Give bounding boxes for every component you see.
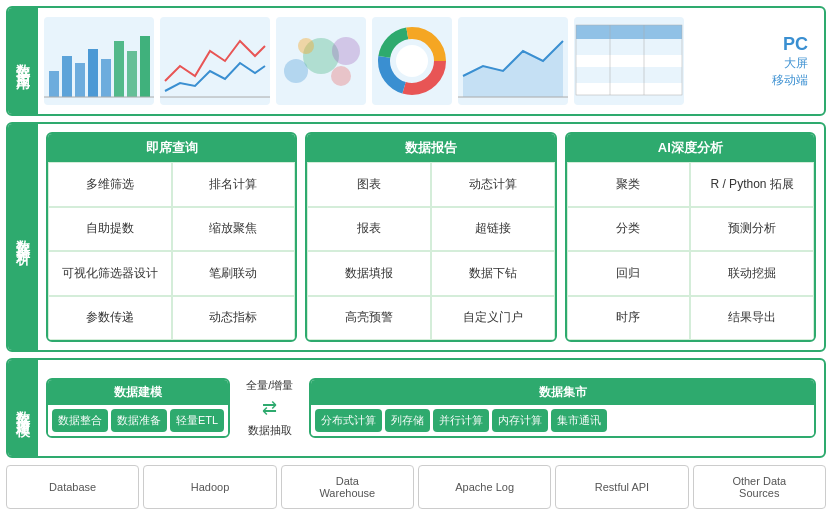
row3-label: 数据建模 xyxy=(8,360,38,456)
adhoc-cell-6: 参数传递 xyxy=(48,296,172,341)
adhoc-cell-4: 可视化筛选器设计 xyxy=(48,251,172,296)
svg-rect-5 xyxy=(114,41,124,97)
ai-cell-2: 分类 xyxy=(567,207,691,252)
source-restful-api: Restful API xyxy=(555,465,688,509)
svg-rect-0 xyxy=(49,71,59,97)
svg-rect-25 xyxy=(576,69,682,81)
row1-content: PC 大屏 移动端 xyxy=(38,8,824,114)
market-chips: 分布式计算 列存储 并行计算 内存计算 集市通讯 xyxy=(311,405,814,436)
source-hadoop: Hadoop xyxy=(143,465,276,509)
chart-bar xyxy=(44,17,154,105)
source-database: Database xyxy=(6,465,139,509)
row2-content: 即席查询 多维筛选 排名计算 自助提数 缩放聚焦 可视化筛选器设计 笔刷联动 参… xyxy=(38,124,824,350)
ai-analysis-grid: 聚类 R / Python 拓展 分类 预测分析 回归 联动挖掘 时序 结果导出 xyxy=(567,162,814,340)
report-cell-0: 图表 xyxy=(307,162,431,207)
svg-rect-6 xyxy=(127,51,137,97)
source-apache-log: Apache Log xyxy=(418,465,551,509)
svg-point-19 xyxy=(396,45,428,77)
ai-cell-6: 时序 xyxy=(567,296,691,341)
report-cell-3: 超链接 xyxy=(431,207,555,252)
svg-rect-22 xyxy=(576,25,682,39)
chip-memory: 内存计算 xyxy=(492,409,548,432)
ai-analysis-header: AI深度分析 xyxy=(567,134,814,162)
ai-cell-0: 聚类 xyxy=(567,162,691,207)
svg-rect-26 xyxy=(576,83,682,95)
data-market-box: 数据集市 分布式计算 列存储 并行计算 内存计算 集市通讯 xyxy=(309,378,816,438)
svg-rect-4 xyxy=(101,59,111,97)
source-dw-label: Data Warehouse xyxy=(319,475,375,499)
source-database-label: Database xyxy=(49,481,96,493)
screen-label: 大屏 xyxy=(784,55,808,72)
data-report-grid: 图表 动态计算 报表 超链接 数据填报 数据下钻 高亮预警 自定义门户 xyxy=(307,162,554,340)
adhoc-cell-1: 排名计算 xyxy=(172,162,296,207)
source-other-label: Other Data Sources xyxy=(732,475,786,499)
ai-cell-5: 联动挖掘 xyxy=(690,251,814,296)
arrow-section: 全量/增量 ⇄ 数据抽取 xyxy=(238,378,301,438)
row2-label: 数据分析 xyxy=(8,124,38,350)
data-report-box: 数据报告 图表 动态计算 报表 超链接 数据填报 数据下钻 高亮预警 自定义门户 xyxy=(305,132,556,342)
row2-section: 数据分析 即席查询 多维筛选 排名计算 自助提数 缩放聚焦 可视化筛选器设计 笔… xyxy=(6,122,826,352)
adhoc-cell-5: 笔刷联动 xyxy=(172,251,296,296)
ai-analysis-box: AI深度分析 聚类 R / Python 拓展 分类 预测分析 回归 联动挖掘 … xyxy=(565,132,816,342)
chart-donut xyxy=(372,17,452,105)
source-apache-label: Apache Log xyxy=(455,481,514,493)
report-cell-1: 动态计算 xyxy=(431,162,555,207)
chip-data-prep: 数据准备 xyxy=(111,409,167,432)
svg-rect-23 xyxy=(576,41,682,53)
data-report-header: 数据报告 xyxy=(307,134,554,162)
report-cell-6: 高亮预警 xyxy=(307,296,431,341)
svg-point-13 xyxy=(298,38,314,54)
chart-scatter xyxy=(276,17,366,105)
svg-rect-3 xyxy=(88,49,98,97)
report-cell-4: 数据填报 xyxy=(307,251,431,296)
data-sources-bar: Database Hadoop Data Warehouse Apache Lo… xyxy=(6,461,826,513)
row3-content: 数据建模 数据整合 数据准备 轻量ETL 全量/增量 ⇄ 数据抽取 数据集市 分… xyxy=(38,360,824,456)
mobile-label: 移动端 xyxy=(772,72,808,89)
ai-cell-4: 回归 xyxy=(567,251,691,296)
chip-column-store: 列存储 xyxy=(385,409,430,432)
source-restful-label: Restful API xyxy=(595,481,649,493)
report-cell-2: 报表 xyxy=(307,207,431,252)
chart-line xyxy=(160,17,270,105)
svg-rect-1 xyxy=(62,56,72,97)
adhoc-query-grid: 多维筛选 排名计算 自助提数 缩放聚焦 可视化筛选器设计 笔刷联动 参数传递 动… xyxy=(48,162,295,340)
ai-cell-3: 预测分析 xyxy=(690,207,814,252)
row1-label: 数据应用 xyxy=(8,8,38,114)
svg-rect-7 xyxy=(140,36,150,97)
adhoc-cell-0: 多维筛选 xyxy=(48,162,172,207)
main-container: 数据应用 xyxy=(0,0,832,525)
source-hadoop-label: Hadoop xyxy=(191,481,230,493)
pc-labels: PC 大屏 移动端 xyxy=(772,34,818,89)
adhoc-query-header: 即席查询 xyxy=(48,134,295,162)
arrow-symbol: ⇄ xyxy=(262,397,277,419)
chart-table xyxy=(574,17,684,105)
modeling-box: 数据建模 数据整合 数据准备 轻量ETL xyxy=(46,378,230,438)
svg-rect-24 xyxy=(576,55,682,67)
pc-label: PC xyxy=(783,34,808,55)
svg-rect-2 xyxy=(75,63,85,97)
chart-area xyxy=(458,17,568,105)
modeling-chips: 数据整合 数据准备 轻量ETL xyxy=(48,405,228,436)
adhoc-cell-7: 动态指标 xyxy=(172,296,296,341)
arrow-top-text: 全量/增量 xyxy=(246,378,293,393)
arrow-bottom-text: 数据抽取 xyxy=(248,423,292,438)
adhoc-cell-3: 缩放聚焦 xyxy=(172,207,296,252)
svg-point-12 xyxy=(331,66,351,86)
chip-distributed: 分布式计算 xyxy=(315,409,382,432)
source-other: Other Data Sources xyxy=(693,465,826,509)
row1-section: 数据应用 xyxy=(6,6,826,116)
report-cell-7: 自定义门户 xyxy=(431,296,555,341)
adhoc-query-box: 即席查询 多维筛选 排名计算 自助提数 缩放聚焦 可视化筛选器设计 笔刷联动 参… xyxy=(46,132,297,342)
adhoc-cell-2: 自助提数 xyxy=(48,207,172,252)
chip-data-integration: 数据整合 xyxy=(52,409,108,432)
svg-point-14 xyxy=(332,37,360,65)
ai-cell-1: R / Python 拓展 xyxy=(690,162,814,207)
report-cell-5: 数据下钻 xyxy=(431,251,555,296)
chip-market-comm: 集市通讯 xyxy=(551,409,607,432)
row3-section: 数据建模 数据建模 数据整合 数据准备 轻量ETL 全量/增量 ⇄ 数据抽取 数… xyxy=(6,358,826,458)
source-data-warehouse: Data Warehouse xyxy=(281,465,414,509)
chip-parallel: 并行计算 xyxy=(433,409,489,432)
market-header: 数据集市 xyxy=(311,380,814,405)
ai-cell-7: 结果导出 xyxy=(690,296,814,341)
modeling-header: 数据建模 xyxy=(48,380,228,405)
